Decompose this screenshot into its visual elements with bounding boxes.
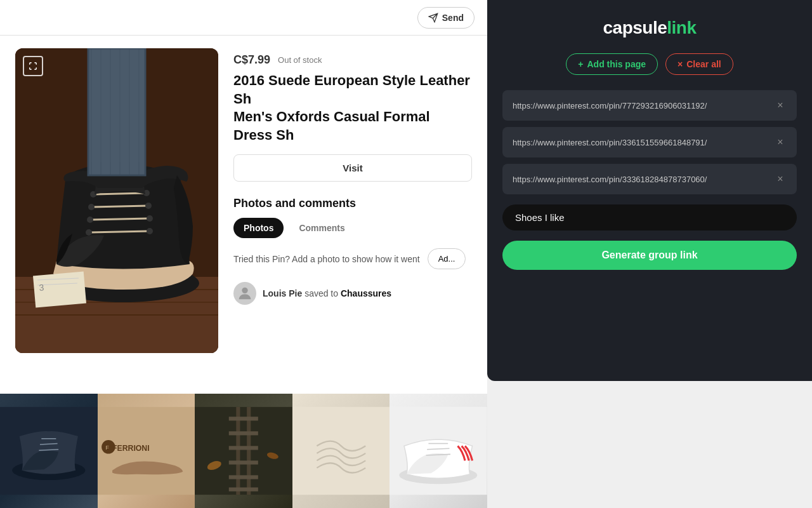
add-page-button[interactable]: + Add this page — [566, 53, 658, 75]
send-label: Send — [442, 13, 464, 23]
send-button[interactable]: Send — [417, 7, 475, 29]
svg-rect-50 — [229, 475, 258, 479]
svg-rect-51 — [229, 488, 258, 491]
svg-line-7 — [95, 193, 145, 194]
svg-point-19 — [86, 229, 92, 236]
tab-photos[interactable]: Photos — [233, 218, 284, 238]
stock-status: Out of stock — [278, 55, 322, 65]
clear-all-button[interactable]: × Clear all — [665, 53, 733, 75]
thumb-shoe-5 — [390, 394, 487, 508]
photos-comments-section: Photos and comments Photos Comments Trie… — [233, 197, 472, 305]
url-remove-1[interactable]: × — [774, 99, 787, 112]
send-icon — [428, 13, 438, 23]
url-item-1: https://www.pinterest.com/pin/7772932169… — [502, 90, 797, 121]
svg-point-15 — [88, 204, 95, 210]
product-price: C$7.99 — [233, 53, 270, 67]
url-text-3: https://www.pinterest.com/pin/3336182848… — [513, 175, 768, 184]
svg-rect-54 — [292, 407, 390, 495]
tried-pin-row: Tried this Pin? Add a photo to show how … — [233, 248, 472, 269]
thumb-shoe-1 — [0, 394, 98, 508]
thumbnail-3[interactable] — [195, 394, 292, 508]
clear-all-label: Clear all — [686, 59, 721, 69]
product-title: 2016 Suede European Style Leather Sh Men… — [233, 72, 472, 144]
product-image-container: 3 — [15, 48, 218, 353]
shoe-illustration: 3 — [15, 48, 218, 353]
tabs-row: Photos Comments — [233, 218, 472, 238]
thumb-shoe-4 — [292, 394, 390, 508]
svg-point-17 — [87, 217, 93, 223]
product-section: 3 C$7.99 Out of stock — [0, 36, 487, 366]
logo-link: link — [667, 18, 696, 37]
panel-logo: capsulelink — [502, 18, 797, 38]
clear-icon: × — [678, 59, 683, 69]
avatar-icon — [236, 284, 254, 302]
comment-text: Louis Pie saved to Chaussures — [263, 288, 391, 298]
svg-rect-49 — [229, 460, 258, 464]
pinterest-page: Send — [0, 0, 487, 508]
generate-group-link-button[interactable]: Generate group link — [502, 241, 797, 270]
svg-line-10 — [90, 231, 148, 232]
thumb-shoe-3 — [195, 394, 292, 508]
add-photo-button[interactable]: Ad... — [428, 248, 466, 269]
tab-comments[interactable]: Comments — [289, 218, 355, 238]
svg-rect-47 — [229, 431, 258, 435]
svg-point-33 — [242, 288, 247, 293]
svg-line-8 — [93, 206, 147, 207]
url-remove-2[interactable]: × — [774, 136, 787, 149]
panel-actions: + Add this page × Clear all — [502, 53, 797, 75]
group-name-input[interactable] — [502, 204, 797, 231]
svg-text:F: F — [105, 444, 109, 451]
svg-rect-46 — [229, 417, 258, 420]
expand-icon — [29, 62, 37, 70]
url-item-2: https://www.pinterest.com/pin/3361515596… — [502, 127, 797, 157]
svg-point-16 — [145, 203, 152, 209]
page-header: Send — [0, 0, 487, 36]
thumbnail-2[interactable]: FERRIONI F — [98, 394, 195, 508]
product-image: 3 — [15, 48, 218, 353]
thumbnail-4[interactable] — [292, 394, 390, 508]
logo-text: capsulelink — [603, 18, 696, 37]
svg-point-18 — [147, 215, 153, 222]
svg-text:FERRIONI: FERRIONI — [112, 444, 150, 453]
thumbnails-row: FERRIONI F — [0, 394, 487, 508]
url-item-3: https://www.pinterest.com/pin/3336182848… — [502, 164, 797, 194]
expand-button[interactable] — [23, 56, 43, 76]
thumbnail-1[interactable] — [0, 394, 98, 508]
thumb-logo-2: FERRIONI F — [98, 394, 195, 508]
price-row: C$7.99 Out of stock — [233, 53, 472, 67]
product-details: C$7.99 Out of stock 2016 Suede European … — [233, 48, 472, 353]
logo-capsule: capsule — [603, 18, 667, 37]
svg-rect-25 — [88, 48, 145, 175]
visit-button[interactable]: Visit — [233, 154, 472, 182]
section-title: Photos and comments — [233, 197, 472, 210]
thumbnail-5[interactable] — [390, 394, 487, 508]
url-list: https://www.pinterest.com/pin/7772932169… — [502, 90, 797, 194]
add-icon: + — [578, 59, 583, 69]
svg-rect-48 — [229, 446, 258, 450]
add-page-label: Add this page — [587, 59, 646, 69]
comment-row: Louis Pie saved to Chaussures — [233, 282, 472, 305]
url-remove-3[interactable]: × — [774, 173, 787, 185]
svg-line-9 — [91, 218, 148, 220]
capsule-panel: capsulelink + Add this page × Clear all … — [487, 0, 812, 381]
url-text-2: https://www.pinterest.com/pin/3361515596… — [513, 138, 768, 147]
svg-point-20 — [147, 228, 153, 234]
svg-text:3: 3 — [39, 282, 44, 293]
avatar — [233, 282, 256, 305]
url-text-1: https://www.pinterest.com/pin/7772932169… — [513, 101, 768, 110]
